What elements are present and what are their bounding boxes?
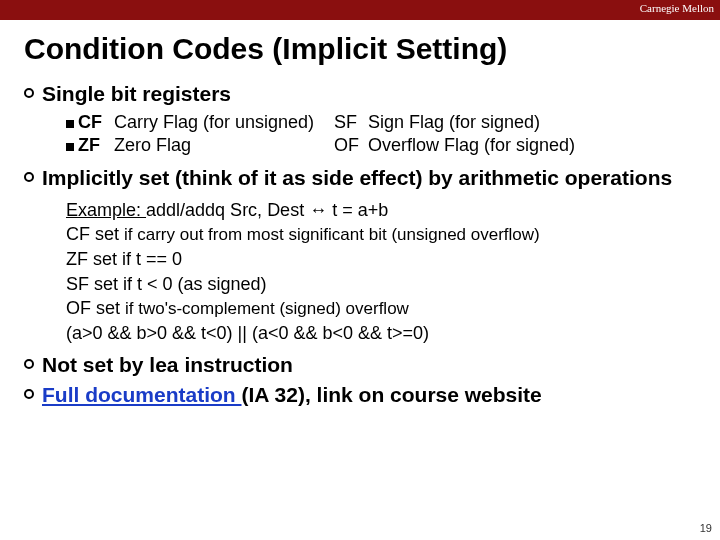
flag-of-desc: Overflow Flag (for signed) xyxy=(368,135,575,156)
bullet-4-text: Full documentation (IA 32), link on cour… xyxy=(42,383,542,407)
example-block: Example: addl/addq Src, Dest ↔ t = a+b C… xyxy=(66,198,700,345)
flag-of-code: OF xyxy=(334,135,368,156)
flags-block: CF Carry Flag (for unsigned) SF Sign Fla… xyxy=(66,112,700,156)
example-line-6: (a>0 && b>0 && t<0) || (a<0 && b<0 && t>… xyxy=(66,321,700,345)
brand-label: Carnegie Mellon xyxy=(640,2,714,14)
header-bar: Carnegie Mellon xyxy=(0,0,720,20)
bullet-2-text: Implicitly set (think of it as side effe… xyxy=(42,166,672,190)
example-line-2: CF set if carry out from most significan… xyxy=(66,222,700,247)
bullet-3: Not set by lea instruction xyxy=(24,353,700,377)
bullet-4-tail: (IA 32), link on course website xyxy=(242,383,542,406)
bullet-1-text: Single bit registers xyxy=(42,82,231,106)
flag-cf-desc: Carry Flag (for unsigned) xyxy=(114,112,334,133)
full-documentation-link[interactable]: Full documentation xyxy=(42,383,242,406)
bullet-2: Implicitly set (think of it as side effe… xyxy=(24,166,700,190)
flags-row-1: CF Carry Flag (for unsigned) SF Sign Fla… xyxy=(66,112,700,133)
flag-zf-code: ZF xyxy=(78,135,114,156)
bullet-icon xyxy=(24,359,34,369)
example-code: addl/addq Src, Dest ↔ t = a+b xyxy=(146,200,388,220)
square-icon xyxy=(66,120,74,128)
bullet-icon xyxy=(24,88,34,98)
square-icon xyxy=(66,143,74,151)
slide-content: Single bit registers CF Carry Flag (for … xyxy=(24,82,700,407)
flag-cf-code: CF xyxy=(78,112,114,133)
page-number: 19 xyxy=(700,522,712,534)
flag-sf-desc: Sign Flag (for signed) xyxy=(368,112,540,133)
example-label: Example: xyxy=(66,200,146,220)
slide-title: Condition Codes (Implicit Setting) xyxy=(24,32,720,66)
example-line-5: OF set if two's-complement (signed) over… xyxy=(66,296,700,321)
flag-sf-code: SF xyxy=(334,112,368,133)
bullet-1: Single bit registers xyxy=(24,82,700,106)
bullet-4: Full documentation (IA 32), link on cour… xyxy=(24,383,700,407)
example-line-1: Example: addl/addq Src, Dest ↔ t = a+b xyxy=(66,198,700,222)
bullet-icon xyxy=(24,172,34,182)
bullet-icon xyxy=(24,389,34,399)
example-line-4: SF set if t < 0 (as signed) xyxy=(66,272,700,296)
bullet-3-text: Not set by lea instruction xyxy=(42,353,293,377)
flag-zf-desc: Zero Flag xyxy=(114,135,334,156)
flags-row-2: ZF Zero Flag OF Overflow Flag (for signe… xyxy=(66,135,700,156)
example-line-3: ZF set if t == 0 xyxy=(66,247,700,271)
